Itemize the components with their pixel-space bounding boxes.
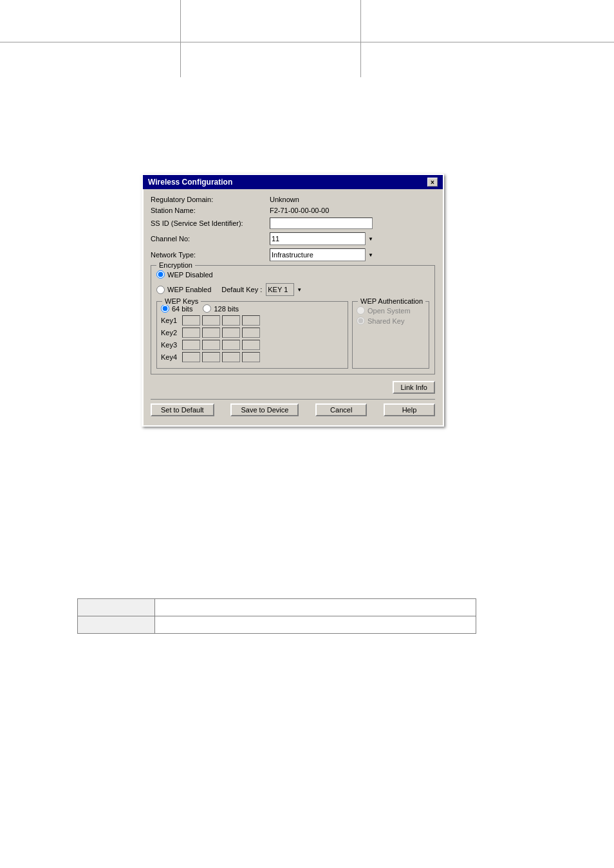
wep-auth-title: WEP Authentication <box>358 297 425 305</box>
key1-seg1[interactable] <box>182 315 200 326</box>
key3-seg3[interactable] <box>222 340 240 350</box>
ssid-label: SS ID (Service Set Identifier): <box>151 219 270 227</box>
table-cell-col2-row2 <box>155 616 476 634</box>
key3-seg4[interactable] <box>242 340 260 350</box>
cancel-button[interactable]: Cancel <box>315 403 367 416</box>
wep-disabled-label: WEP Disabled <box>167 271 213 279</box>
key1-seg3[interactable] <box>222 315 240 326</box>
network-type-row: Network Type: Infrastructure ▼ <box>151 248 435 261</box>
key2-seg2[interactable] <box>202 328 220 338</box>
network-type-select-wrapper: Infrastructure ▼ <box>270 248 376 261</box>
wep-enabled-row: WEP Enabled Default Key : KEY 1 ▼ <box>156 281 429 299</box>
ruler <box>0 0 614 77</box>
encryption-group: Encryption WEP Disabled WEP Enabled Defa… <box>151 265 435 374</box>
key1-seg4[interactable] <box>242 315 260 326</box>
wep-enabled-radio-row: WEP Enabled <box>156 286 211 294</box>
shared-key-row: Shared Key <box>357 317 425 325</box>
ssid-input[interactable] <box>270 217 373 229</box>
table-cell-col1-row1 <box>78 599 155 616</box>
table-row <box>78 599 476 616</box>
key2-seg3[interactable] <box>222 328 240 338</box>
key2-seg4[interactable] <box>242 328 260 338</box>
bits-64-label: 64 bits <box>172 305 192 313</box>
table-row <box>78 616 476 634</box>
open-system-row: Open System <box>357 306 425 315</box>
wep-keys-title: WEP Keys <box>162 297 201 305</box>
shared-key-radio[interactable] <box>357 317 365 325</box>
key4-seg4[interactable] <box>242 352 260 362</box>
wep-keys-group: WEP Keys 64 bits 128 bits <box>156 301 348 369</box>
channel-label: Channel No: <box>151 235 270 243</box>
help-button[interactable]: Help <box>384 403 435 416</box>
bits-row: 64 bits 128 bits <box>161 304 344 313</box>
bottom-table-container <box>77 598 476 634</box>
key1-row: Key1 <box>161 315 344 326</box>
key4-seg2[interactable] <box>202 352 220 362</box>
wep-enabled-radio[interactable] <box>156 286 165 294</box>
save-to-device-button[interactable]: Save to Device <box>230 403 299 416</box>
key1-seg2[interactable] <box>202 315 220 326</box>
key2-row: Key2 <box>161 328 344 338</box>
key1-label: Key1 <box>161 317 180 324</box>
bottom-table <box>77 598 476 634</box>
wireless-configuration-dialog: Wireless Configuration × Regulatory Doma… <box>142 174 444 427</box>
open-system-radio[interactable] <box>357 306 365 315</box>
channel-select-wrapper: 11 ▼ <box>270 232 376 245</box>
bits-128-radio[interactable] <box>203 304 211 313</box>
network-type-label: Network Type: <box>151 251 270 259</box>
open-system-label: Open System <box>367 307 411 315</box>
table-cell-col1-row2 <box>78 616 155 634</box>
key3-seg1[interactable] <box>182 340 200 350</box>
ssid-row: SS ID (Service Set Identifier): <box>151 217 435 229</box>
set-to-default-button[interactable]: Set to Default <box>151 403 214 416</box>
shared-key-label: Shared Key <box>367 317 404 325</box>
key4-row: Key4 <box>161 352 344 362</box>
key4-seg1[interactable] <box>182 352 200 362</box>
sub-boxes-row: WEP Keys 64 bits 128 bits <box>156 301 429 369</box>
table-cell-col2-row1 <box>155 599 476 616</box>
channel-row: Channel No: 11 ▼ <box>151 232 435 245</box>
key3-label: Key3 <box>161 341 180 349</box>
dialog-title: Wireless Configuration <box>148 178 232 187</box>
bits-128-row: 128 bits <box>203 304 239 313</box>
link-info-button[interactable]: Link Info <box>393 381 435 394</box>
key2-label: Key2 <box>161 329 180 337</box>
dialog-buttons-row: Set to Default Save to Device Cancel Hel… <box>151 399 435 419</box>
key4-label: Key4 <box>161 353 180 361</box>
encryption-group-title: Encryption <box>156 261 195 269</box>
dialog-body: Regulatory Domain: Unknown Station Name:… <box>143 189 443 425</box>
default-key-label: Default Key : <box>221 286 262 293</box>
wep-disabled-row: WEP Disabled <box>156 270 429 279</box>
key3-seg2[interactable] <box>202 340 220 350</box>
wep-enabled-label: WEP Enabled <box>167 286 211 293</box>
regulatory-domain-row: Regulatory Domain: Unknown <box>151 196 435 203</box>
default-key-row: Default Key : KEY 1 ▼ <box>221 283 304 296</box>
ruler-horizontal-line <box>0 42 614 42</box>
station-name-row: Station Name: F2-71-00-00-00-00 <box>151 207 435 214</box>
station-name-label: Station Name: <box>151 207 270 214</box>
close-button[interactable]: × <box>427 178 438 187</box>
bits-128-label: 128 bits <box>214 305 239 313</box>
regulatory-domain-label: Regulatory Domain: <box>151 196 270 203</box>
channel-select[interactable]: 11 <box>270 232 376 245</box>
ruler-vertical-line-2 <box>360 0 361 77</box>
wep-auth-group: WEP Authentication Open System Shared Ke… <box>352 301 429 369</box>
network-type-select[interactable]: Infrastructure <box>270 248 376 261</box>
station-name-value: F2-71-00-00-00-00 <box>270 207 329 214</box>
link-info-row: Link Info <box>151 378 435 396</box>
ruler-vertical-line-1 <box>180 0 181 77</box>
default-key-select[interactable]: KEY 1 <box>266 283 304 296</box>
dialog-titlebar: Wireless Configuration × <box>143 175 443 189</box>
key4-seg3[interactable] <box>222 352 240 362</box>
bits-64-row: 64 bits <box>161 304 192 313</box>
key2-seg1[interactable] <box>182 328 200 338</box>
default-key-select-wrapper: KEY 1 ▼ <box>266 283 304 296</box>
regulatory-domain-value: Unknown <box>270 196 299 203</box>
key3-row: Key3 <box>161 340 344 350</box>
wep-disabled-radio[interactable] <box>156 270 165 279</box>
bits-64-radio[interactable] <box>161 304 169 313</box>
